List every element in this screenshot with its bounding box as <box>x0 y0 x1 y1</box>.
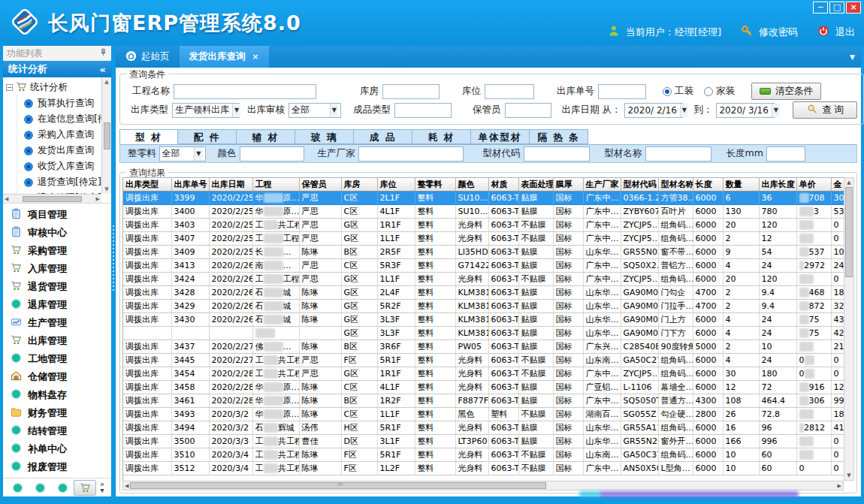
column-header-19[interactable]: 金 <box>831 178 844 191</box>
project-name-input[interactable] <box>174 84 316 99</box>
location-input[interactable] <box>485 84 534 99</box>
dot-icon[interactable] <box>29 482 51 493</box>
table-row[interactable]: 调拨出库34092020/2/25长xxxx…陈琳B区2R5F整料LI35HD6… <box>123 245 844 258</box>
table-row[interactable]: 调拨出库34372020/2/27佛xxxx…陈琳B区3R6F整料PW05606… <box>123 340 844 353</box>
tree-item-5[interactable]: 退货查询[待定] <box>6 174 101 190</box>
out-type-select[interactable]: 生产领料出库▼ <box>172 103 240 118</box>
keeper-input[interactable] <box>505 103 551 118</box>
table-row[interactable]: 调拨出库34072020/2/25工xxxx工程严思G区1L1F整料光身料606… <box>123 231 844 245</box>
sidebar-item-1[interactable]: 审核中心 <box>3 224 111 242</box>
table-row[interactable]: 调拨出库34032020/2/25工xxx共工程严思G区1R1F整料光身料606… <box>123 218 844 231</box>
table-row[interactable]: 调拨出库34282020/2/26石xxxx城陈琳G区2L4F整料KLM3817… <box>123 285 844 299</box>
sidebar-item-3[interactable]: 入库管理 <box>3 260 111 278</box>
table-row[interactable]: 调拨出库34302020/2/26石xxxx城陈琳G区3L3F整料KLM3817… <box>123 312 844 326</box>
material-tab-6[interactable]: 单体型材 <box>471 129 530 144</box>
grid-horizontal-scrollbar[interactable]: ◀▶ <box>122 481 844 490</box>
column-header-0[interactable]: 出库类型 <box>123 178 171 191</box>
date-to-select[interactable]: 2020/ 3/16▼ <box>716 103 775 118</box>
sidebar-overflow-icon[interactable]: »▾ <box>96 481 108 493</box>
sidebar-item-12[interactable]: 结转管理 <box>3 422 111 440</box>
column-header-4[interactable]: 保管员 <box>299 178 341 191</box>
dot-icon[interactable] <box>6 482 29 493</box>
cart-shortcut-button[interactable] <box>74 480 96 496</box>
table-row[interactable]: 调拨出库34932020/3/2华xxxx原…陈琳C区1L1F整料黑色塑料不贴膜… <box>123 407 844 421</box>
table-row[interactable]: 调拨出库35122020/3/4工xxx共工程陈琳F区1L2F整料光身料6063… <box>123 461 844 475</box>
material-tab-1[interactable]: 配 件 <box>178 129 237 144</box>
column-header-5[interactable]: 库房 <box>341 178 377 191</box>
table-row[interactable]: 调拨出库35102020/3/4工xxx共工程陈琳F区5R1F整料光身料6063… <box>123 448 844 461</box>
sidebar-item-13[interactable]: 补单中心 <box>3 440 111 458</box>
tab-overflow-icon[interactable]: ▼ <box>850 53 861 61</box>
column-header-2[interactable]: 出库日期 <box>209 178 252 191</box>
product-type-input[interactable] <box>394 103 452 118</box>
table-row[interactable]: 调拨出库34582020/2/28华xxxx原…陈琳C区4L1F整料光身料606… <box>123 380 844 394</box>
material-tab-7[interactable]: 隔 热 条 <box>530 129 588 144</box>
table-row[interactable]: 调拨出库34612020/2/28华xxxx原…陈琳B区1R2F整料F8877F… <box>123 394 844 407</box>
sidebar-item-5[interactable]: 退库管理 <box>3 296 111 314</box>
table-row[interactable]: 调拨出库34002020/2/25华xxxx原…严思C区4L1F整料SU10…6… <box>123 204 844 218</box>
factory-input[interactable] <box>358 146 464 161</box>
length-input[interactable] <box>766 146 805 161</box>
column-header-1[interactable]: 出库单号 <box>171 178 209 191</box>
column-header-17[interactable]: 出库长度 <box>759 178 796 191</box>
sidebar-item-6[interactable]: 生产管理 <box>3 314 111 332</box>
close-button[interactable]: × <box>846 2 861 14</box>
column-header-11[interactable]: 膜厚 <box>553 178 583 191</box>
search-button[interactable]: 查 询 <box>793 101 857 119</box>
sidebar-item-14[interactable]: 报废管理 <box>3 458 111 476</box>
tree-horizontal-scrollbar[interactable]: ◀▶ <box>3 194 101 203</box>
tree-root[interactable]: − 统计分析 <box>6 80 101 95</box>
column-header-7[interactable]: 整零料 <box>415 178 455 191</box>
name-input[interactable] <box>645 146 711 161</box>
column-header-10[interactable]: 表面处理 <box>518 178 553 191</box>
tree-item-0[interactable]: 预算执行查询 <box>6 95 101 111</box>
column-header-18[interactable]: 单价 <box>796 178 831 191</box>
column-header-6[interactable]: 库位 <box>377 178 415 191</box>
column-header-16[interactable]: 数量 <box>723 178 759 191</box>
date-from-select[interactable]: 2020/ 2/16▼ <box>624 103 683 118</box>
collapse-icon[interactable]: « <box>100 64 106 75</box>
sidebar-item-9[interactable]: 仓储管理 <box>3 368 111 386</box>
column-header-8[interactable]: 颜色 <box>455 178 488 191</box>
splitter-handle[interactable] <box>112 45 115 497</box>
column-header-15[interactable]: 长度 <box>693 178 723 191</box>
tab-home[interactable]: 起始页 <box>116 46 180 68</box>
column-header-13[interactable]: 型材代码 <box>621 178 658 191</box>
sidebar-section-header[interactable]: 统计分析 « <box>3 61 111 77</box>
warehouse-input[interactable] <box>382 84 440 99</box>
column-header-9[interactable]: 材质 <box>488 178 518 191</box>
tree-item-3[interactable]: 发货出库查询 <box>6 143 101 158</box>
tree-item-4[interactable]: 收货入库查询 <box>6 158 101 174</box>
table-row[interactable]: 调拨出库34132020/2/26南xxxx…严思C区5R3F整料G714226… <box>123 258 844 272</box>
column-header-12[interactable]: 生产厂家 <box>583 178 621 191</box>
tree-item-1[interactable]: 在途信息查询[待 <box>6 111 101 127</box>
table-row[interactable]: 调拨出库34542020/2/28工xxx共工程严思G区1R1F整料光身料606… <box>123 367 844 380</box>
tree-item-2[interactable]: 采购入库查询 <box>6 127 101 143</box>
grid-vertical-scrollbar[interactable]: ▲▼ <box>844 177 854 481</box>
tab-close-icon[interactable]: × <box>252 52 259 62</box>
sidebar-item-11[interactable]: 财务管理 <box>3 404 111 422</box>
sidebar-item-10[interactable]: 物料盘存 <box>3 386 111 404</box>
column-header-3[interactable]: 工程 <box>252 178 299 191</box>
column-header-14[interactable]: 型材名称 <box>658 178 693 191</box>
sidebar-item-2[interactable]: 采购管理 <box>3 242 111 260</box>
radio-jiazhuang[interactable]: 家装 <box>704 85 735 98</box>
color-input[interactable] <box>240 146 304 161</box>
table-row[interactable]: 调拨出库34292020/2/26石xxxx城陈琳G区5R2F整料KLM3817… <box>123 299 844 312</box>
sidebar-item-0[interactable]: 项目管理 <box>3 206 111 224</box>
clear-conditions-button[interactable]: 清空条件 <box>751 83 821 100</box>
table-row[interactable]: 调拨出库34452020/2/27工xxx共工程严思F区5R1F整料光身料606… <box>123 353 844 367</box>
order-no-input[interactable] <box>598 84 646 99</box>
sidebar-item-8[interactable]: 工地管理 <box>3 350 111 368</box>
radio-gongzhuang[interactable]: 工装 <box>663 85 693 98</box>
logout-link[interactable]: 退出 <box>835 26 855 39</box>
maximize-button[interactable]: □ <box>829 2 844 14</box>
minimize-button[interactable]: − <box>813 2 828 14</box>
material-tab-5[interactable]: 耗 材 <box>412 129 471 144</box>
audit-select[interactable]: 全部▼ <box>289 103 341 118</box>
table-row[interactable]: 调拨出库34242020/2/26工xxxx工程严思G区1L1F整料光身料606… <box>123 272 844 285</box>
material-tab-4[interactable]: 成 品 <box>354 129 412 144</box>
tree-vertical-scrollbar[interactable]: ▲▼ <box>101 77 111 194</box>
code-input[interactable] <box>524 146 590 161</box>
tree-expander-icon[interactable]: − <box>6 84 13 91</box>
